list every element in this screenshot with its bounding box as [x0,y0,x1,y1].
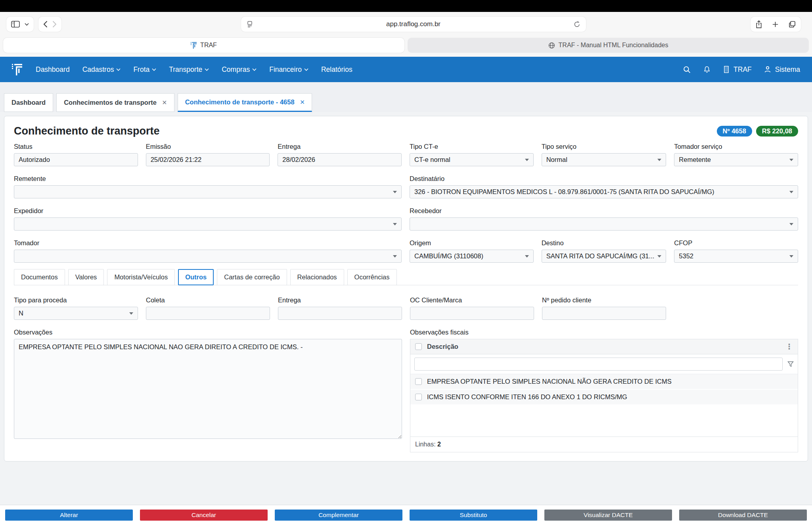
recebedor-select[interactable] [410,217,798,231]
entrega-outros-input[interactable] [278,307,402,320]
field-destinatario: Destinatário 326 - BIOTRON EQUIPAMENTOS … [410,175,798,198]
close-icon[interactable]: × [300,98,305,107]
field-entrega: Entrega [278,143,402,166]
entrega-input[interactable] [278,153,402,166]
select-caret-icon [657,255,661,258]
fiscal-grid-footer: Linhas: 2 [410,437,798,452]
tab-ocorrencias[interactable]: Ocorrências [347,269,397,285]
tipo-para-proceda-select[interactable]: N [14,307,138,320]
select-caret-icon [789,255,793,258]
notifications-icon[interactable] [703,65,711,74]
field-emissao: Emissão [146,143,270,166]
tipo-servico-select[interactable]: Normal [542,153,666,166]
company-name: TRAF [733,65,752,74]
app-navbar: Dashboard Cadastros Frota Transporte Com… [0,57,812,82]
coleta-input[interactable] [146,307,270,320]
menu-item-dashboard[interactable]: Dashboard [36,65,70,74]
fiscal-filter-row [410,354,798,374]
row-checkbox[interactable] [415,378,422,385]
menu-item-compras[interactable]: Compras [222,65,257,74]
destinatario-select[interactable]: 326 - BIOTRON EQUIPAMENTOS MEDICOS L - 0… [410,185,798,198]
back-icon[interactable] [43,21,48,28]
tomador-servico-select[interactable]: Remetente [674,153,798,166]
select-all-checkbox[interactable] [415,343,422,350]
visualizar-dacte-button[interactable]: Visualizar DACTE [544,510,672,521]
tomador-select[interactable] [14,250,402,263]
tab-motorista-veiculos[interactable]: Motorista/Veículos [107,269,175,285]
oc-cliente-input[interactable] [410,307,534,320]
pedido-cliente-input[interactable] [542,307,666,320]
select-caret-icon [393,223,397,225]
fiscal-row[interactable]: EMPRESA OPTANTE PELO SIMPLES NACIONAL NÃ… [410,374,798,390]
document-value-badge: R$ 220,08 [756,126,798,137]
field-tomador-servico: Tomador serviço Remetente [674,143,798,166]
globe-icon [548,42,555,49]
row-count: 2 [437,441,441,448]
browser-tab-title: TRAF - Manual HTML Funcionalidades [559,42,668,49]
origem-select[interactable]: CAMBUÍ/MG (3110608) [410,250,534,263]
menu-item-transporte[interactable]: Transporte [169,65,209,74]
tipo-cte-select[interactable]: CT-e normal [410,153,534,166]
remetente-select[interactable] [14,185,402,198]
field-origem: Origem CAMBUÍ/MG (3110608) [410,239,534,263]
browser-tab-inactive[interactable]: TRAF - Manual HTML Funcionalidades [408,38,809,53]
workspace-tab-conhecimentos[interactable]: Conhecimentos de transporte × [56,93,174,112]
tab-cartas-de-correcao[interactable]: Cartas de correção [217,269,287,285]
sidebar-chevron-icon[interactable] [25,23,29,26]
field-cfop: CFOP 5352 [674,239,798,263]
share-icon[interactable] [755,20,762,29]
tab-valores[interactable]: Valores [68,269,104,285]
status-input[interactable] [14,153,138,166]
expedidor-select[interactable] [14,217,402,231]
destino-select[interactable]: SANTA RITA DO SAPUCAÍ/MG (31... [542,250,666,263]
fiscal-row[interactable]: ICMS ISENTO CONFORME ITEN 166 DO ANEXO 1… [410,390,798,405]
menu-item-financeiro[interactable]: Financeiro [269,65,308,74]
tab-documentos[interactable]: Documentos [14,269,65,285]
company-switcher[interactable]: TRAF [723,65,752,74]
sidebar-controls [6,17,34,32]
row-checkbox[interactable] [415,394,422,400]
detail-tabstrip: Documentos Valores Motorista/Veículos Ou… [14,269,798,285]
substituto-button[interactable]: Substituto [410,510,537,521]
cfop-select[interactable]: 5352 [674,250,798,263]
field-pedido-cliente: Nº pedido cliente [542,296,666,320]
user-menu[interactable]: Sistema [764,65,800,74]
address-bar[interactable]: app.traflog.com.br [241,17,586,32]
download-dacte-button[interactable]: Download DACTE [679,510,807,521]
menu-item-relatorios[interactable]: Relatórios [321,65,352,74]
menu-item-frota[interactable]: Frota [133,65,156,74]
search-icon[interactable] [683,65,691,74]
cancelar-button[interactable]: Cancelar [140,510,268,521]
workspace-tabstrip: Dashboard Conhecimentos de transporte × … [0,82,812,112]
tab-overview-icon[interactable] [788,20,796,28]
close-icon[interactable]: × [162,98,167,107]
forward-icon[interactable] [52,21,57,28]
sidebar-toggle-icon[interactable] [11,21,20,28]
reload-icon[interactable] [574,21,580,28]
url-text[interactable]: app.traflog.com.br [253,20,574,28]
observacoes-textarea[interactable]: EMPRESA OPTANTE PELO SIMPLES NACIONAL NA… [14,339,402,439]
new-tab-icon[interactable] [772,21,779,28]
emissao-input[interactable] [146,153,270,166]
action-bar: Alterar Cancelar Complementar Substituto… [0,505,812,525]
traf-logo-icon[interactable] [12,63,22,75]
column-header-descricao: Descrição [427,343,458,350]
workspace-tab-dashboard[interactable]: Dashboard [4,93,53,112]
workspace-tab-conhecimento-4658[interactable]: Conhecimento de transporte - 4658 × [178,93,312,112]
main-menu: Dashboard Cadastros Frota Transporte Com… [36,65,352,74]
alterar-button[interactable]: Alterar [5,510,133,521]
tab-relacionados[interactable]: Relacionados [290,269,344,285]
browser-toolbar: app.traflog.com.br [0,12,812,37]
document-card: Conhecimento de transporte Nº 4658 R$ 22… [4,116,808,462]
filter-funnel-icon[interactable] [787,361,794,367]
column-menu-icon[interactable]: ⋮ [785,343,793,350]
chevron-down-icon [304,68,308,71]
complementar-button[interactable]: Complementar [275,510,402,521]
tab-outros[interactable]: Outros [178,269,214,285]
menu-item-cadastros[interactable]: Cadastros [82,65,121,74]
field-tipo-para-proceda: Tipo para proceda N [14,296,138,320]
fiscal-filter-input[interactable] [414,358,783,371]
browser-tab-active[interactable]: TRAF [3,38,404,53]
select-caret-icon [129,312,133,315]
reader-icon[interactable] [247,21,253,28]
